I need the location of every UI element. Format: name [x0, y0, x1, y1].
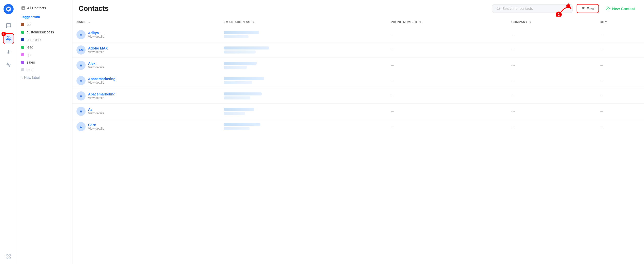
contact-phone-cell: --- [387, 42, 507, 58]
all-contacts-label: All Contacts [27, 6, 46, 10]
contact-name[interactable]: Care [88, 123, 104, 127]
sidebar-label-sales[interactable]: sales [17, 59, 72, 66]
contact-avatar: A [76, 91, 86, 100]
contact-name[interactable]: As [88, 108, 104, 112]
contact-city-cell: --- [596, 119, 644, 134]
sort-company-icon[interactable]: ⇅ [529, 21, 532, 24]
contact-avatar: A [76, 30, 86, 39]
add-contact-icon [606, 6, 611, 11]
contact-phone-cell: --- [387, 73, 507, 88]
phone-dash: --- [391, 63, 394, 67]
contact-view-details[interactable]: View details [88, 81, 115, 84]
label-text-test: test [27, 68, 32, 72]
label-text-qa: qa [27, 53, 31, 57]
contact-view-details[interactable]: View details [88, 112, 104, 115]
sidebar-label-customersuccess[interactable]: customersuccess [17, 28, 72, 36]
contact-view-details[interactable]: View details [88, 96, 115, 100]
contact-phone-cell: --- [387, 58, 507, 73]
new-contact-button[interactable]: New Contact [603, 4, 638, 13]
nav-contacts[interactable]: 1 [3, 33, 14, 44]
company-dash: --- [511, 125, 515, 129]
contact-city-cell: --- [596, 58, 644, 73]
main-header: Contacts Search for contacts 2 [72, 0, 644, 17]
phone-dash: --- [391, 33, 394, 37]
contact-name[interactable]: Alex [88, 62, 104, 66]
company-dash: --- [511, 48, 515, 52]
nav-settings[interactable] [3, 253, 14, 264]
contact-email-blurred [224, 123, 260, 126]
tagged-with-section: Tagged with [17, 12, 72, 21]
svg-point-7 [497, 7, 500, 10]
phone-dash: --- [391, 94, 394, 98]
contacts-table: NAME ▲ EMAIL ADDRESS ⇅ PHONE NUMBER ⇅ CO… [72, 17, 644, 134]
contact-view-details[interactable]: View details [88, 50, 108, 54]
contact-phone-cell: --- [387, 27, 507, 42]
contact-email-blurred [224, 46, 269, 49]
table-row: AM Adobe MAX View details --- --- --- [72, 42, 644, 58]
nav-conversations[interactable] [3, 20, 14, 31]
contact-email-blurred [224, 108, 254, 111]
sidebar-label-lead[interactable]: lead [17, 43, 72, 51]
label-list: bot customersuccess enterprice lead qa s… [17, 21, 72, 74]
sidebar-label-bot[interactable]: bot [17, 21, 72, 28]
sidebar-label-enterprice[interactable]: enterprice [17, 36, 72, 43]
sidebar: All Contacts Tagged with bot customersuc… [17, 0, 72, 264]
company-dash: --- [511, 109, 515, 113]
contact-view-details[interactable]: View details [88, 66, 104, 69]
filter-button[interactable]: Filter [577, 4, 599, 13]
sort-name-icon[interactable]: ▲ [88, 21, 90, 24]
company-dash: --- [511, 79, 515, 83]
label-dot-bot [21, 23, 24, 26]
contact-view-details[interactable]: View details [88, 127, 104, 130]
contact-city-cell: --- [596, 42, 644, 58]
contact-city-cell: --- [596, 104, 644, 119]
contact-name-cell: C Care View details [72, 119, 220, 134]
table-row: A Alex View details --- --- --- [72, 58, 644, 73]
contact-email-blurred-2 [224, 112, 245, 115]
city-dash: --- [600, 63, 603, 67]
search-placeholder: Search for contacts [502, 7, 533, 11]
svg-line-8 [499, 9, 500, 10]
contact-name[interactable]: Apacemarketing [88, 92, 115, 96]
contact-company-cell: --- [507, 58, 596, 73]
contact-name[interactable]: Aditya [88, 31, 104, 35]
sort-phone-icon[interactable]: ⇅ [419, 21, 421, 24]
city-dash: --- [600, 125, 603, 129]
nav-badge-1: 1 [2, 32, 6, 36]
contact-company-cell: --- [507, 42, 596, 58]
contact-email-cell [220, 58, 387, 73]
contact-name-cell: A Apacemarketing View details [72, 73, 220, 88]
contact-email-blurred [224, 62, 257, 65]
contact-avatar: AM [76, 45, 86, 55]
main-content: Contacts Search for contacts 2 [72, 0, 644, 264]
contact-name[interactable]: Apacemarketing [88, 77, 115, 81]
left-navigation: 1 [0, 0, 17, 264]
contact-company-cell: --- [507, 73, 596, 88]
sort-email-icon[interactable]: ⇅ [252, 21, 255, 24]
sidebar-label-qa[interactable]: qa [17, 51, 72, 59]
search-bar[interactable]: Search for contacts [492, 4, 573, 13]
company-dash: --- [511, 63, 515, 67]
svg-point-1 [7, 37, 9, 38]
all-contacts-link[interactable]: All Contacts [17, 4, 72, 12]
nav-reports[interactable] [3, 46, 14, 57]
contact-city-cell: --- [596, 73, 644, 88]
phone-dash: --- [391, 109, 394, 113]
contact-name[interactable]: Adobe MAX [88, 46, 108, 50]
contact-email-cell [220, 88, 387, 104]
contact-view-details[interactable]: View details [88, 35, 104, 38]
label-text-customersuccess: customersuccess [27, 30, 54, 34]
contact-avatar: A [76, 76, 86, 85]
new-contact-label: New Contact [612, 7, 635, 11]
contact-city-cell: --- [596, 88, 644, 104]
contact-name-cell: AM Adobe MAX View details [72, 42, 220, 58]
label-text-bot: bot [27, 23, 31, 27]
sidebar-label-test[interactable]: test [17, 66, 72, 74]
city-dash: --- [600, 48, 603, 52]
new-label-button[interactable]: + New label [17, 74, 72, 82]
nav-campaigns[interactable] [3, 59, 14, 70]
label-dot-sales [21, 61, 24, 64]
contact-email-cell [220, 73, 387, 88]
contact-avatar: A [76, 107, 86, 116]
contact-avatar: C [76, 122, 86, 131]
